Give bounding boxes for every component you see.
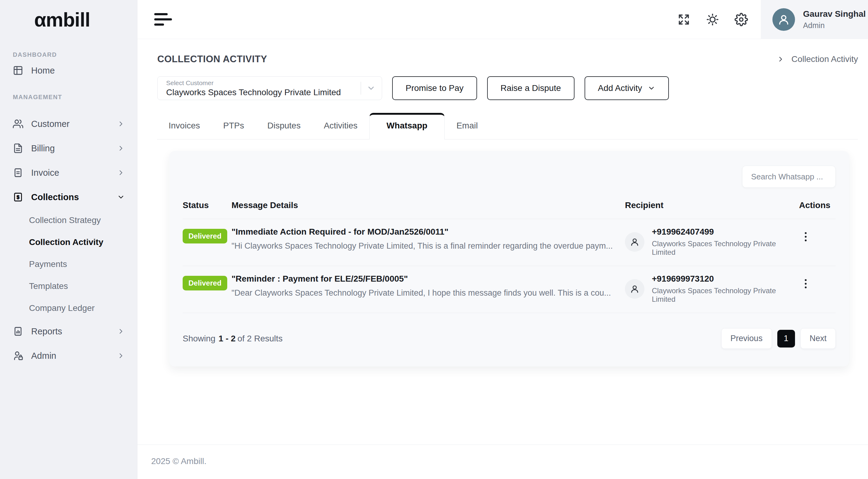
tab-email[interactable]: Email — [445, 113, 489, 139]
chevron-right-icon — [117, 352, 125, 360]
sidebar-item-label: Billing — [31, 143, 55, 153]
sidebar-item-admin[interactable]: Admin — [0, 344, 137, 368]
search-input[interactable] — [742, 166, 836, 187]
sidebar-item-label: Admin — [31, 351, 56, 361]
chevron-down-icon — [117, 193, 125, 201]
grid-icon — [13, 65, 23, 76]
tab-whatsapp[interactable]: Whatsapp — [369, 113, 445, 139]
recipient-avatar — [625, 279, 645, 299]
topbar-icons — [677, 13, 748, 26]
table-row[interactable]: Delivered "Immediate Action Required - f… — [183, 219, 836, 266]
next-page-button[interactable]: Next — [801, 328, 836, 349]
sidebar-subitem-collection-activity[interactable]: Collection Activity — [0, 231, 137, 253]
customer-select-label: Select Customer — [166, 79, 358, 87]
sidebar-subitem-company-ledger[interactable]: Company Ledger — [0, 297, 137, 319]
sidebar-subitem-collection-strategy[interactable]: Collection Strategy — [0, 209, 137, 231]
previous-page-button[interactable]: Previous — [721, 328, 772, 349]
sidebar-nav-group: Customer Billing Invoice $ Collections C… — [0, 107, 137, 368]
section-label-management: MANAGEMENT — [0, 94, 137, 101]
whatsapp-card: Status Message Details Recipient Actions… — [169, 151, 849, 367]
dollar-document-icon: $ — [13, 192, 23, 202]
sidebar-item-reports[interactable]: Reports — [0, 319, 137, 344]
fullscreen-icon — [677, 13, 690, 26]
document-icon — [13, 168, 23, 178]
add-activity-button[interactable]: Add Activity — [585, 76, 669, 100]
hamburger-menu-icon[interactable] — [154, 12, 173, 27]
user-menu[interactable]: Gaurav Singhal Admin — [761, 0, 868, 39]
user-role: Admin — [803, 21, 866, 30]
tab-activities[interactable]: Activities — [312, 113, 369, 139]
chevron-right-icon — [117, 120, 125, 128]
actions-cell — [799, 227, 836, 244]
sidebar-item-billing[interactable]: Billing — [0, 136, 137, 161]
tab-invoices[interactable]: Invoices — [157, 113, 212, 139]
sidebar-subitem-label: Collection Activity — [29, 237, 103, 247]
recipient-company: Clayworks Spaces Technology Private Limi… — [652, 286, 799, 304]
user-info: Gaurav Singhal Admin — [803, 9, 866, 30]
recipient-phone: +919699973120 — [652, 274, 799, 284]
recipient-info: +919962407499 Clayworks Spaces Technolog… — [652, 227, 799, 256]
column-recipient: Recipient — [625, 200, 799, 210]
brand-logo[interactable]: αmbill — [0, 0, 137, 40]
promise-to-pay-button[interactable]: Promise to Pay — [392, 76, 477, 100]
sidebar-subitem-templates[interactable]: Templates — [0, 275, 137, 297]
theme-toggle-button[interactable] — [706, 13, 719, 26]
sidebar-item-label: Reports — [31, 327, 62, 337]
sidebar-item-customer[interactable]: Customer — [0, 112, 137, 136]
sidebar-item-invoice[interactable]: Invoice — [0, 161, 137, 185]
main-area: Gaurav Singhal Admin COLLECTION ACTIVITY… — [137, 0, 868, 479]
app-root: αmbill DASHBOARD Home MANAGEMENT Custome… — [0, 0, 868, 479]
chevron-right-icon — [117, 169, 125, 177]
table-header: Status Message Details Recipient Actions — [183, 200, 836, 219]
status-badge: Delivered — [183, 276, 227, 290]
report-chart-icon — [13, 326, 23, 337]
tab-disputes[interactable]: Disputes — [256, 113, 312, 139]
chevron-right-icon — [117, 328, 125, 335]
sidebar-subitem-payments[interactable]: Payments — [0, 253, 137, 275]
tab-ptps[interactable]: PTPs — [212, 113, 256, 139]
message-title: "Reminder : Payment for ELE/25/FEB/0005" — [231, 274, 613, 284]
sidebar-subitem-label: Company Ledger — [29, 303, 95, 313]
recipient-company: Clayworks Spaces Technology Private Limi… — [652, 240, 799, 256]
status-cell: Delivered — [183, 227, 231, 243]
message-cell: "Immediate Action Required - for MOD/Jan… — [231, 227, 625, 251]
kebab-menu-icon[interactable] — [799, 276, 812, 291]
recipient-avatar — [625, 232, 645, 252]
recipient-phone: +919962407499 — [652, 227, 799, 237]
sidebar-item-label: Invoice — [31, 168, 59, 178]
sidebar-item-collections[interactable]: $ Collections — [0, 185, 137, 209]
table-row[interactable]: Delivered "Reminder : Payment for ELE/25… — [183, 266, 836, 313]
gear-icon — [735, 13, 748, 26]
card-top — [183, 166, 836, 187]
sun-icon — [706, 13, 719, 26]
chevron-down-icon — [367, 83, 376, 93]
sidebar: αmbill DASHBOARD Home MANAGEMENT Custome… — [0, 0, 137, 479]
page-title: COLLECTION ACTIVITY — [157, 54, 267, 65]
status-badge: Delivered — [183, 229, 227, 243]
message-preview: "Hi Clayworks Spaces Technology Private … — [231, 241, 613, 251]
summary-range: 1 - 2 — [218, 334, 236, 343]
user-name: Gaurav Singhal — [803, 9, 866, 19]
table-footer: Showing1 - 2of 2 Results Previous 1 Next — [183, 328, 836, 349]
add-activity-label: Add Activity — [598, 83, 642, 93]
footer-copyright: 2025 © Ambill. — [137, 445, 868, 479]
fullscreen-button[interactable] — [677, 13, 690, 26]
status-cell: Delivered — [183, 274, 231, 290]
sidebar-item-label: Home — [31, 66, 55, 76]
column-message-details: Message Details — [231, 200, 625, 210]
user-icon — [777, 13, 790, 26]
user-lock-icon — [13, 350, 23, 361]
kebab-menu-icon[interactable] — [799, 230, 812, 244]
raise-dispute-button[interactable]: Raise a Dispute — [487, 76, 575, 100]
chevron-right-icon — [117, 144, 125, 152]
sidebar-item-label: Customer — [31, 119, 70, 129]
summary-suffix: of 2 Results — [237, 334, 282, 343]
current-page-button[interactable]: 1 — [777, 330, 795, 347]
settings-button[interactable] — [735, 13, 748, 26]
breadcrumb[interactable]: Collection Activity — [777, 54, 858, 64]
customer-select[interactable]: Select Customer Clayworks Spaces Technol… — [157, 76, 382, 100]
sidebar-item-home[interactable]: Home — [0, 58, 137, 83]
message-title: "Immediate Action Required - for MOD/Jan… — [231, 227, 613, 237]
recipient-info: +919699973120 Clayworks Spaces Technolog… — [652, 274, 799, 304]
select-divider — [361, 82, 361, 95]
